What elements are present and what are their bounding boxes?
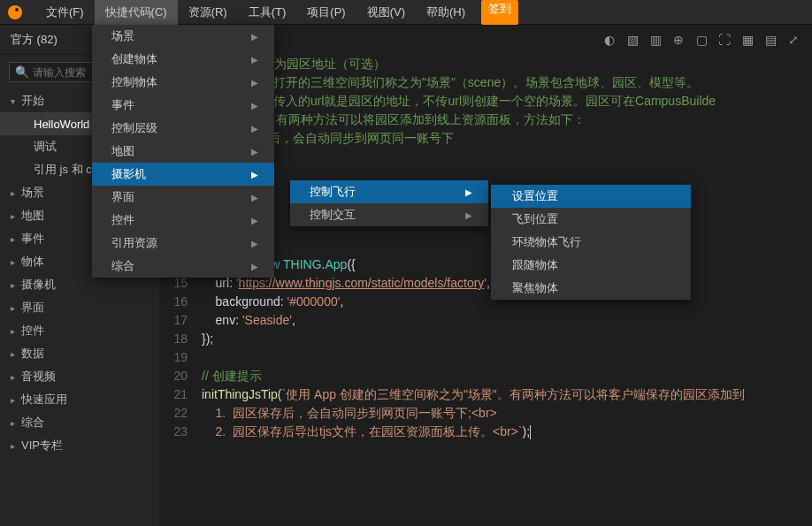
menu-option[interactable]: 创建物体▶ (92, 48, 274, 71)
tree-item-label: 界面 (21, 300, 44, 316)
chevron-right-icon: ▸ (11, 211, 21, 221)
tree-item-label: 调试 (34, 139, 57, 155)
menu-option[interactable]: 摄影机▶ (92, 163, 274, 186)
menu-option-label: 创建物体 (111, 51, 157, 67)
tree-item[interactable]: ▸快速应用 (0, 388, 159, 411)
menu-option[interactable]: 设置位置 (491, 185, 691, 208)
text-cursor (530, 425, 531, 439)
chevron-down-icon: ▾ (11, 96, 21, 106)
checkin-button[interactable]: 签到 (481, 0, 518, 25)
panes-icon[interactable]: ▥ (646, 30, 665, 50)
menu-option[interactable]: 聚焦物体 (491, 277, 691, 300)
chevron-right-icon: ▸ (11, 326, 21, 336)
tree-item-label: 地图 (21, 208, 44, 224)
cube-icon[interactable]: ▧ (623, 30, 642, 50)
tree-item-label: 物体 (21, 254, 44, 270)
image-icon[interactable]: ▦ (738, 30, 757, 50)
menu-option[interactable]: 事件▶ (92, 94, 274, 117)
tree-item-label: HelloWorld (34, 118, 89, 131)
maximize-icon[interactable]: ⛶ (715, 30, 734, 50)
chevron-right-icon: ▶ (251, 78, 258, 88)
tree-item[interactable]: ▸数据 (0, 342, 159, 365)
menu-option[interactable]: 控制飞行▶ (290, 180, 488, 203)
tree-item-label: 事件 (21, 231, 44, 247)
tree-item[interactable]: ▸综合 (0, 411, 159, 434)
line-number: 21 (159, 385, 202, 404)
chevron-right-icon: ▸ (11, 418, 21, 428)
chevron-right-icon: ▸ (11, 234, 21, 244)
tree-item-label: 快速应用 (21, 392, 67, 408)
line-number: 23 (159, 423, 202, 441)
menu-option[interactable]: 界面▶ (92, 186, 274, 209)
menu-option-label: 界面 (111, 189, 134, 205)
device-icon[interactable]: ▢ (692, 30, 711, 50)
menu-option-label: 飞到位置 (512, 211, 558, 227)
compass-icon[interactable]: ⊕ (669, 30, 688, 50)
menu-item[interactable]: 资源(R) (178, 0, 238, 25)
menu-option[interactable]: 飞到位置 (491, 208, 691, 231)
chevron-right-icon: ▸ (11, 280, 21, 290)
menu-option[interactable]: 控制层级▶ (92, 117, 274, 140)
film-icon[interactable]: ▤ (761, 30, 780, 50)
menu-option[interactable]: 场景▶ (92, 25, 274, 48)
chevron-right-icon: ▶ (465, 210, 472, 220)
menu-option[interactable]: 引用资源▶ (92, 232, 274, 255)
menu-option-label: 地图 (111, 143, 134, 159)
chevron-right-icon: ▸ (11, 257, 21, 267)
menu-option-label: 设置位置 (512, 188, 558, 204)
menu-option[interactable]: 综合▶ (92, 255, 274, 278)
menu-option-label: 控制物体 (111, 74, 157, 90)
line-number: 17 (159, 311, 202, 330)
fullscreen-icon[interactable]: ⤢ (784, 30, 803, 50)
tree-item-label: 综合 (21, 415, 44, 431)
svg-point-0 (8, 5, 22, 19)
chevron-right-icon: ▶ (251, 216, 258, 225)
menu-option-label: 引用资源 (111, 235, 157, 251)
app-logo (7, 4, 23, 20)
tree-item[interactable]: ▸界面 (0, 296, 159, 319)
tree-item-label: 场景 (21, 185, 44, 201)
chevron-right-icon: ▶ (251, 239, 258, 248)
menu-option[interactable]: 控件▶ (92, 209, 274, 232)
chevron-right-icon: ▸ (11, 188, 21, 198)
line-number: 18 (159, 330, 202, 348)
tree-item[interactable]: ▸音视频 (0, 365, 159, 388)
search-icon: 🔍 (15, 65, 29, 79)
menu-item[interactable]: 视图(V) (356, 0, 416, 25)
tree-item-label: 摄像机 (21, 277, 56, 293)
tree-item-label: 数据 (21, 346, 44, 362)
menu-option[interactable]: 控制交互▶ (290, 203, 488, 226)
menu-item[interactable]: 文件(F) (35, 0, 95, 25)
menu-option-label: 聚焦物体 (512, 280, 558, 296)
menu-option-label: 控制层级 (111, 120, 157, 136)
chevron-right-icon: ▶ (251, 147, 258, 156)
dropdown-level2: 控制飞行▶控制交互▶ (290, 180, 488, 226)
tree-item-label: 控件 (21, 323, 44, 339)
line-number: 16 (159, 293, 202, 311)
menu-option-label: 综合 (111, 258, 134, 274)
menu-item[interactable]: 帮助(H) (416, 0, 476, 25)
globe-icon[interactable]: ◐ (600, 30, 619, 50)
tree-item-label: 音视频 (21, 369, 56, 385)
chevron-right-icon: ▸ (11, 349, 21, 359)
menu-item[interactable]: 工具(T) (238, 0, 297, 25)
chevron-right-icon: ▸ (11, 441, 21, 451)
tree-item[interactable]: ▸VIP专栏 (0, 434, 159, 457)
tree-item[interactable]: ▸控件 (0, 319, 159, 342)
menu-item[interactable]: 快捷代码(C) (95, 0, 178, 25)
menu-option[interactable]: 跟随物体 (491, 254, 691, 277)
chevron-right-icon: ▸ (11, 303, 21, 313)
menu-option[interactable]: 控制物体▶ (92, 71, 274, 94)
chevron-right-icon: ▶ (251, 32, 258, 42)
menu-option[interactable]: 环绕物体飞行 (491, 231, 691, 254)
menu-option-label: 环绕物体飞行 (512, 234, 581, 250)
line-number: 19 (159, 348, 202, 367)
chevron-right-icon: ▸ (11, 395, 21, 405)
menu-option[interactable]: 地图▶ (92, 140, 274, 163)
menu-option-label: 事件 (111, 97, 134, 113)
chevron-right-icon: ▶ (251, 170, 258, 179)
menu-option-label: 控制交互 (310, 207, 356, 223)
menu-item[interactable]: 项目(P) (296, 0, 356, 25)
line-number: 22 (159, 404, 202, 423)
tree-item-label: VIP专栏 (21, 438, 63, 454)
